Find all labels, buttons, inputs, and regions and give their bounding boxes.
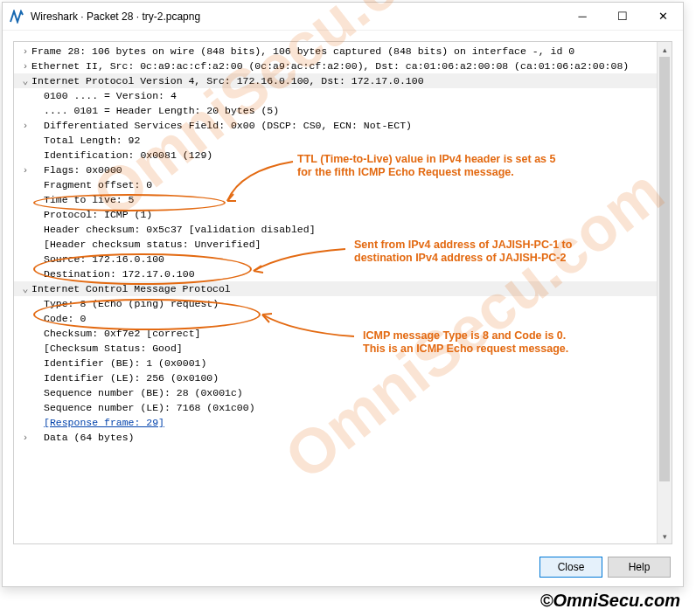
tree-row[interactable]: Fragment offset: 0 (14, 177, 672, 192)
tree-row[interactable]: Identifier (BE): 1 (0x0001) (14, 356, 672, 370)
tree-row-response-link[interactable]: [Response frame: 29] (14, 415, 672, 430)
tree-row-frame[interactable]: ›Frame 28: 106 bytes on wire (848 bits),… (14, 44, 672, 59)
packet-detail-pane: ›Frame 28: 106 bytes on wire (848 bits),… (13, 41, 672, 544)
titlebar: Wireshark · Packet 28 · try-2.pcapng ─ ☐… (3, 3, 683, 31)
tree-row[interactable]: [Checksum Status: Good] (14, 341, 672, 356)
annotation-icmp: ICMP message Type is 8 and Code is 0. Th… (363, 329, 568, 356)
tree-row-ethernet[interactable]: ›Ethernet II, Src: 0c:a9:ac:cf:a2:00 (0c… (14, 59, 672, 73)
tree-row[interactable]: ›Differentiated Services Field: 0x00 (DS… (14, 118, 672, 133)
protocol-tree[interactable]: ›Frame 28: 106 bytes on wire (848 bits),… (14, 42, 672, 446)
scroll-track[interactable] (658, 57, 672, 529)
wireshark-icon (10, 10, 24, 24)
highlight-icmp-type-code (33, 299, 261, 330)
annotation-ttl: TTL (Time-to-Live) value in IPv4 header … (297, 153, 555, 179)
close-window-button[interactable]: ✕ (643, 3, 683, 31)
annotation-addr: Sent from IPv4 address of JAJISH-PC-1 to… (354, 239, 572, 265)
tree-row[interactable]: Header checksum: 0x5c37 [validation disa… (14, 222, 672, 237)
tree-row[interactable]: Identifier (LE): 256 (0x0100) (14, 370, 672, 385)
tree-row[interactable]: Sequence number (LE): 7168 (0x1c00) (14, 400, 672, 415)
highlight-addresses (33, 253, 252, 285)
scroll-up-button[interactable]: ▴ (658, 42, 672, 57)
tree-row-ipv4[interactable]: ⌄Internet Protocol Version 4, Src: 172.1… (14, 73, 672, 88)
tree-row[interactable]: Total Length: 92 (14, 133, 672, 148)
tree-row[interactable]: .... 0101 = Header Length: 20 bytes (5) (14, 103, 672, 118)
minimize-button[interactable]: ─ (562, 3, 602, 31)
scroll-down-button[interactable]: ▾ (658, 529, 672, 543)
scroll-thumb[interactable] (659, 57, 670, 481)
window-title: Wireshark · Packet 28 · try-2.pcapng (31, 10, 562, 23)
footer-brand: ©OmniSecu.com (540, 591, 680, 611)
maximize-button[interactable]: ☐ (602, 3, 643, 31)
dialog-buttons: Close Help (539, 557, 671, 578)
tree-row[interactable]: ›Data (64 bytes) (14, 430, 672, 445)
close-button[interactable]: Close (539, 557, 602, 578)
highlight-ttl (33, 194, 226, 211)
wireshark-packet-window: Wireshark · Packet 28 · try-2.pcapng ─ ☐… (2, 2, 684, 587)
tree-row[interactable]: Sequence number (BE): 28 (0x001c) (14, 385, 672, 400)
tree-row[interactable]: [Header checksum status: Unverified] (14, 237, 672, 252)
help-button[interactable]: Help (608, 557, 671, 578)
tree-row[interactable]: 0100 .... = Version: 4 (14, 88, 672, 103)
vertical-scrollbar[interactable]: ▴ ▾ (657, 42, 672, 543)
window-controls: ─ ☐ ✕ (562, 3, 683, 31)
